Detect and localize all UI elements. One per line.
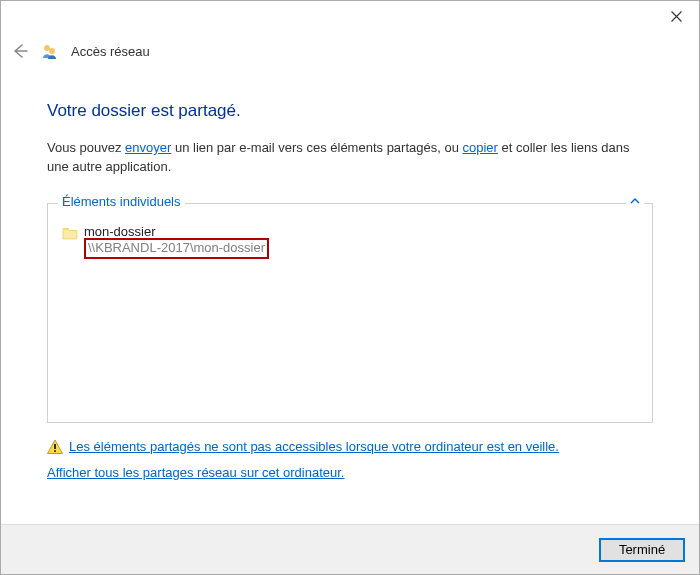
content-area: Votre dossier est partagé. Vous pouvez e… [1,61,699,490]
chevron-up-icon [630,197,640,205]
links-section: Les éléments partagés ne sont pas access… [47,439,653,480]
group-legend[interactable]: Éléments individuels [58,194,185,209]
page-heading: Votre dossier est partagé. [47,101,653,121]
titlebar [1,1,699,37]
sleep-warning-link[interactable]: Les éléments partagés ne sont pas access… [69,439,559,454]
footer: Terminé [1,524,699,574]
copier-link[interactable]: copier [463,140,498,155]
collapse-toggle[interactable] [626,195,644,207]
close-icon [671,11,682,22]
window-title: Accès réseau [71,44,150,59]
back-button[interactable] [9,41,29,61]
svg-rect-3 [54,450,56,452]
folder-icon [62,225,78,241]
item-path: \\KBRANDL-2017\mon-dossier [84,238,269,259]
shared-item[interactable]: mon-dossier \\KBRANDL-2017\mon-dossier [50,224,650,259]
individual-items-group: Éléments individuels mon-dossier \\KBRAN… [47,203,653,423]
header-row: Accès réseau [1,37,699,61]
item-name: mon-dossier [84,224,269,239]
close-button[interactable] [653,1,699,31]
done-button[interactable]: Terminé [599,538,685,562]
warning-icon [47,439,63,455]
sleep-warning-row: Les éléments partagés ne sont pas access… [47,439,653,455]
envoyer-link[interactable]: envoyer [125,140,171,155]
description-paragraph: Vous pouvez envoyer un lien par e-mail v… [47,139,653,177]
show-all-shares-link[interactable]: Afficher tous les partages réseau sur ce… [47,465,344,480]
svg-rect-2 [54,444,56,449]
desc-text-1: Vous pouvez [47,140,125,155]
item-text-block: mon-dossier \\KBRANDL-2017\mon-dossier [84,224,269,259]
desc-text-2: un lien par e-mail vers ces éléments par… [171,140,462,155]
arrow-left-icon [10,42,28,60]
network-access-icon [41,42,59,60]
svg-point-1 [49,48,55,54]
svg-point-0 [44,45,50,51]
